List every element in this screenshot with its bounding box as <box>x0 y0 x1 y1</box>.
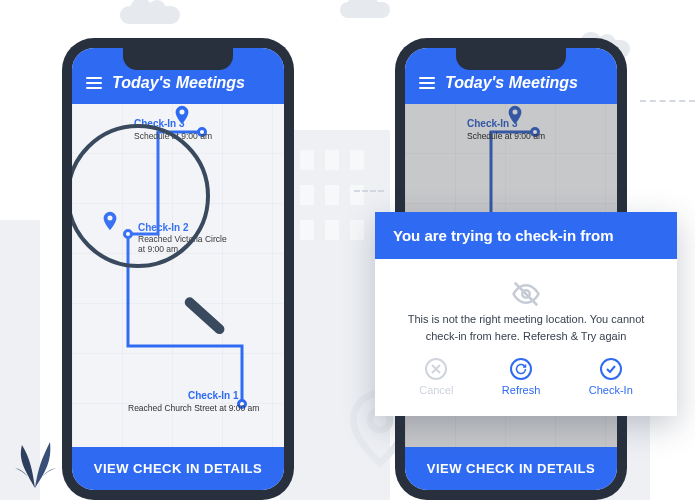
checkin-button[interactable]: Check-In <box>589 358 633 396</box>
eye-off-icon <box>511 279 541 301</box>
header-title: Today's Meetings <box>112 74 245 92</box>
cancel-icon <box>425 358 447 380</box>
checkin-label: Check-In 3 <box>467 118 518 129</box>
checkin-label: Check-In 1 <box>188 390 239 401</box>
checkin-label: Check-In 2 <box>138 222 189 233</box>
route-node <box>123 229 133 239</box>
check-icon <box>600 358 622 380</box>
header-title: Today's Meetings <box>445 74 578 92</box>
modal-title: You are trying to check-in from <box>375 212 677 259</box>
checkin-label: Check-In 3 <box>134 118 185 129</box>
checkin-subtext: Reached Church Street at 9:00 am <box>128 403 259 413</box>
map-view[interactable]: Check-In 3 Schedule at 9:00 am Check-In … <box>72 104 284 447</box>
cloud-decoration <box>120 6 180 24</box>
checkin-subtext: Schedule at 9:00 am <box>134 131 212 141</box>
checkin-error-modal: You are trying to check-in from This is … <box>375 212 677 416</box>
cancel-button[interactable]: Cancel <box>419 358 453 396</box>
view-checkin-details-button[interactable]: VIEW CHECK IN DETAILS <box>405 447 617 490</box>
menu-icon[interactable] <box>419 77 435 89</box>
checkin-subtext: Schedule at 9:00 am <box>467 131 545 141</box>
cloud-decoration <box>340 2 390 18</box>
map-pin-icon <box>99 210 121 238</box>
modal-message: This is not the right meeting location. … <box>395 311 657 344</box>
dashed-line-decoration <box>354 190 384 192</box>
refresh-button[interactable]: Refresh <box>502 358 541 396</box>
phone-mockup-left: Today's Meetings Check-In 3 Schedule at … <box>62 38 294 500</box>
checkin-label: Check-In <box>589 384 633 396</box>
plant-decoration <box>10 420 60 490</box>
view-checkin-details-button[interactable]: VIEW CHECK IN DETAILS <box>72 447 284 490</box>
menu-icon[interactable] <box>86 77 102 89</box>
dashed-line-decoration <box>640 100 695 102</box>
checkin-subtext: Reached Victoria Circle at 9:00 am <box>138 235 228 255</box>
refresh-icon <box>510 358 532 380</box>
cancel-label: Cancel <box>419 384 453 396</box>
refresh-label: Refresh <box>502 384 541 396</box>
